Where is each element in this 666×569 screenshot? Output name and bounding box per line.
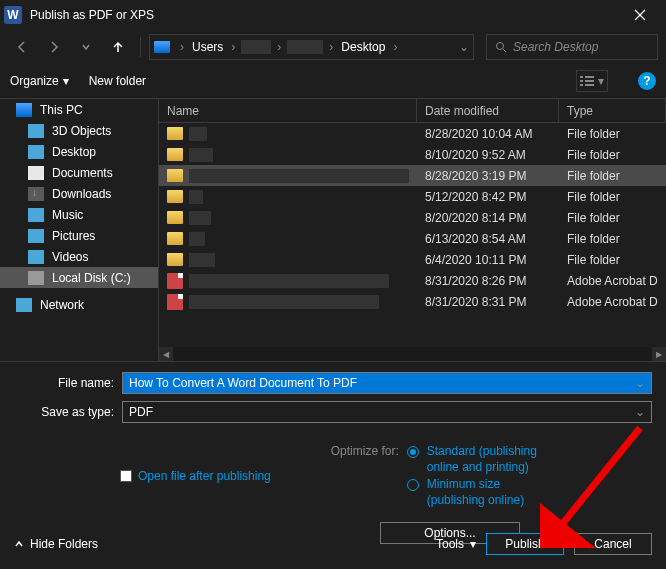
cell-type: File folder: [559, 211, 666, 225]
breadcrumb-users[interactable]: Users: [190, 40, 225, 54]
svg-rect-5: [580, 84, 583, 86]
cell-type: File folder: [559, 148, 666, 162]
file-list: Name Date modified Type 8/28/2020 10:04 …: [158, 99, 666, 361]
folder-icon: [167, 253, 183, 266]
sidebar-item-localdisk[interactable]: Local Disk (C:): [0, 267, 158, 288]
table-row[interactable]: 8/31/2020 8:26 PMAdobe Acrobat D: [159, 270, 666, 291]
help-button[interactable]: ?: [638, 72, 656, 90]
chevron-down-icon[interactable]: ⌄: [635, 376, 645, 390]
open-after-checkbox[interactable]: [120, 470, 132, 482]
chevron-right-icon: ›: [227, 40, 239, 54]
sidebar-item-videos[interactable]: Videos: [0, 246, 158, 267]
standard-radio-label[interactable]: Standard (publishing online and printing…: [427, 444, 557, 475]
table-row[interactable]: 5/12/2020 8:42 PMFile folder: [159, 186, 666, 207]
sidebar-item-downloads[interactable]: Downloads: [0, 183, 158, 204]
folder-icon: [167, 148, 183, 161]
horizontal-scrollbar[interactable]: ◀ ▶: [159, 347, 666, 361]
back-button[interactable]: [8, 33, 36, 61]
sidebar-item-network[interactable]: Network: [0, 294, 158, 315]
standard-radio[interactable]: [407, 446, 419, 458]
organize-menu[interactable]: Organize ▾: [10, 74, 69, 88]
sidebar-item-music[interactable]: Music: [0, 204, 158, 225]
saveastype-dropdown[interactable]: PDF⌄: [122, 401, 652, 423]
cell-type: Adobe Acrobat D: [559, 295, 666, 309]
sidebar-item-pictures[interactable]: Pictures: [0, 225, 158, 246]
window-title: Publish as PDF or XPS: [30, 8, 617, 22]
sidebar-item-desktop[interactable]: Desktop: [0, 141, 158, 162]
view-mode-button[interactable]: ▾: [576, 70, 608, 92]
pictures-icon: [28, 229, 44, 243]
table-row[interactable]: 8/20/2020 8:14 PMFile folder: [159, 207, 666, 228]
table-row[interactable]: 8/31/2020 8:31 PMAdobe Acrobat D: [159, 291, 666, 312]
filename-input[interactable]: How To Convert A Word Document To PDF⌄: [122, 372, 652, 394]
address-bar[interactable]: › Users › › › Desktop › ⌄: [149, 34, 474, 60]
cell-type: File folder: [559, 190, 666, 204]
tools-dropdown[interactable]: Tools ▾: [436, 537, 476, 551]
search-input[interactable]: Search Desktop: [486, 34, 658, 60]
music-icon: [28, 208, 44, 222]
arrow-right-icon: [47, 40, 61, 54]
close-button[interactable]: [617, 0, 662, 30]
cell-date: 8/10/2020 9:52 AM: [417, 148, 559, 162]
column-header-date[interactable]: Date modified: [417, 99, 559, 122]
chevron-down-icon[interactable]: ⌄: [459, 40, 469, 54]
publish-button[interactable]: Publish: [486, 533, 564, 555]
chevron-right-icon: ›: [273, 40, 285, 54]
sidebar-item-3dobjects[interactable]: 3D Objects: [0, 120, 158, 141]
chevron-down-icon: ⌄: [635, 405, 645, 419]
list-view-icon: [580, 75, 596, 87]
cell-type: Adobe Acrobat D: [559, 274, 666, 288]
chevron-down-icon: ▾: [598, 74, 604, 88]
scroll-left-button[interactable]: ◀: [159, 347, 173, 361]
minimum-radio[interactable]: [407, 479, 419, 491]
folder-icon: [167, 232, 183, 245]
search-icon: [495, 41, 507, 53]
cell-date: 6/4/2020 10:11 PM: [417, 253, 559, 267]
chevron-right-icon: ›: [389, 40, 401, 54]
table-row[interactable]: 6/13/2020 8:54 AMFile folder: [159, 228, 666, 249]
chevron-right-icon: ›: [325, 40, 337, 54]
table-row[interactable]: 8/10/2020 9:52 AMFile folder: [159, 144, 666, 165]
up-button[interactable]: [104, 33, 132, 61]
pdf-icon: [167, 294, 183, 310]
cell-type: File folder: [559, 232, 666, 246]
cell-type: File folder: [559, 253, 666, 267]
arrow-left-icon: [15, 40, 29, 54]
hide-folders-button[interactable]: Hide Folders: [14, 537, 98, 551]
filename-redacted: [189, 169, 409, 183]
cell-type: File folder: [559, 169, 666, 183]
table-row[interactable]: 8/28/2020 10:04 AMFile folder: [159, 123, 666, 144]
table-row[interactable]: 6/4/2020 10:11 PMFile folder: [159, 249, 666, 270]
open-after-label[interactable]: Open file after publishing: [138, 469, 271, 483]
breadcrumb-desktop[interactable]: Desktop: [339, 40, 387, 54]
recent-dropdown[interactable]: [72, 33, 100, 61]
chevron-down-icon: ▾: [63, 74, 69, 88]
new-folder-button[interactable]: New folder: [89, 74, 146, 88]
column-header-type[interactable]: Type: [559, 99, 666, 122]
filename-redacted: [189, 253, 215, 267]
minimum-radio-label[interactable]: Minimum size (publishing online): [427, 477, 557, 508]
documents-icon: [28, 166, 44, 180]
filename-redacted: [189, 211, 211, 225]
table-row[interactable]: 8/28/2020 3:19 PMFile folder: [159, 165, 666, 186]
folder-icon: [167, 211, 183, 224]
chevron-right-icon: ›: [176, 40, 188, 54]
sidebar-item-documents[interactable]: Documents: [0, 162, 158, 183]
scroll-right-button[interactable]: ▶: [652, 347, 666, 361]
column-header-name[interactable]: Name: [159, 99, 417, 122]
filename-redacted: [189, 190, 203, 204]
sidebar-item-thispc[interactable]: This PC: [0, 99, 158, 120]
filename-redacted: [189, 295, 379, 309]
folder-icon: [167, 127, 183, 140]
navigation-pane: This PC 3D Objects Desktop Documents Dow…: [0, 99, 158, 361]
svg-rect-3: [580, 80, 583, 82]
cell-date: 6/13/2020 8:54 AM: [417, 232, 559, 246]
arrow-up-icon: [111, 40, 125, 54]
cell-date: 8/31/2020 8:26 PM: [417, 274, 559, 288]
cancel-button[interactable]: Cancel: [574, 533, 652, 555]
desktop-icon: [28, 145, 44, 159]
filename-redacted: [189, 127, 207, 141]
forward-button[interactable]: [40, 33, 68, 61]
word-app-icon: W: [4, 6, 22, 24]
separator: [140, 37, 141, 57]
